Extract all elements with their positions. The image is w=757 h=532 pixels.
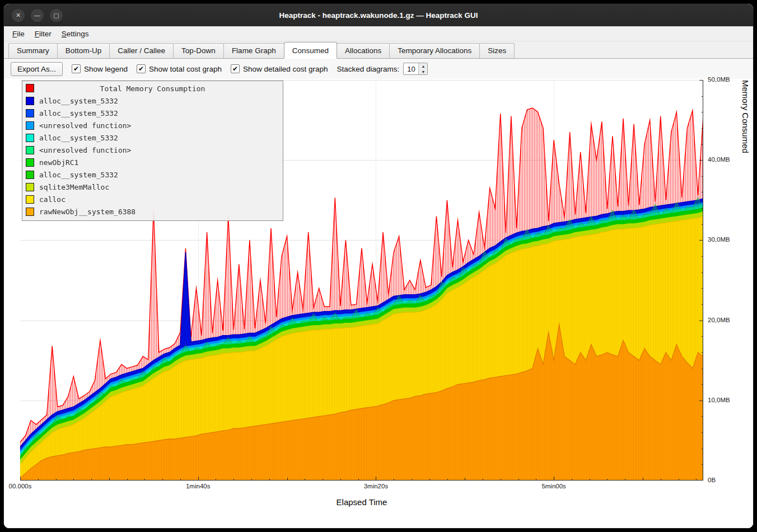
legend-swatch (26, 158, 34, 167)
spin-up-icon[interactable]: ▲ (419, 63, 427, 69)
stacked-diagrams-control: Stacked diagrams: 10 ▲ ▼ (337, 63, 428, 75)
tab-consumed[interactable]: Consumed (284, 42, 337, 59)
legend-label: alloc__system_5332 (39, 97, 118, 105)
tab-temporary-allocations[interactable]: Temporary Allocations (389, 43, 480, 58)
legend-swatch (26, 208, 34, 216)
legend-label: newObjRC1 (39, 158, 78, 167)
legend-item: calloc (25, 193, 281, 205)
stacked-diagrams-value[interactable]: 10 (404, 63, 418, 74)
x-tick-300: 5min00s (541, 483, 566, 489)
stacked-diagrams-spinbox[interactable]: 10 ▲ ▼ (403, 63, 428, 75)
y-tick-10: 10,0MB (708, 397, 730, 403)
legend-title: Total Memory Consumption (100, 84, 205, 93)
checkbox-box[interactable]: ✔ (231, 64, 240, 73)
tab-flame-graph[interactable]: Flame Graph (223, 43, 284, 58)
legend-item: alloc__system_5332 (25, 168, 281, 181)
chart-panel: Total Memory Consumption alloc__system_5… (4, 79, 753, 528)
legend-item: <unresolved function> (25, 144, 281, 156)
checkbox-box[interactable]: ✔ (137, 64, 146, 73)
y-axis-title: Memory Consumed (741, 80, 750, 481)
total-consumption-swatch (26, 84, 34, 92)
legend-title-row: Total Memory Consumption (25, 83, 281, 95)
spin-down-icon[interactable]: ▼ (419, 69, 427, 74)
checkbox-label: Show legend (84, 65, 128, 73)
tab-allocations[interactable]: Allocations (337, 43, 390, 58)
y-tick-50: 50,0MB (708, 76, 730, 83)
stacked-diagrams-label: Stacked diagrams: (337, 65, 400, 73)
y-tick-0: 0B (708, 477, 716, 483)
legend-swatch (26, 146, 34, 154)
legend-label: alloc__system_5332 (39, 134, 118, 142)
legend-swatch (26, 171, 34, 179)
legend-item: newObjRC1 (25, 156, 281, 168)
checkbox-box[interactable]: ✔ (72, 64, 81, 73)
minimize-icon: — (34, 12, 40, 18)
menu-item-file[interactable]: File (7, 28, 30, 40)
y-tick-40: 40,0MB (708, 156, 730, 163)
menu-item-filter[interactable]: Filter (30, 28, 57, 40)
maximize-button[interactable]: ▢ (50, 9, 63, 22)
legend-label: <unresolved function> (39, 121, 131, 130)
checkbox-label: Show detailed cost graph (243, 65, 328, 73)
tab-bottom-up[interactable]: Bottom-Up (57, 43, 110, 58)
legend-label: calloc (39, 195, 66, 204)
x-axis-title: Elapsed Time (20, 497, 703, 507)
legend-swatch (26, 195, 34, 204)
legend-item: sqlite3MemMalloc (25, 181, 281, 193)
y-tick-30: 30,0MB (708, 236, 730, 243)
title-bar[interactable]: ✕—▢ Heaptrack - heaptrack.wakunode.1.gz … (4, 4, 753, 26)
tab-top-down[interactable]: Top-Down (173, 43, 224, 58)
chart-legend: Total Memory Consumption alloc__system_5… (22, 81, 283, 221)
y-axis-tick-labels: 0B10,0MB20,0MB30,0MB40,0MB50,0MB (705, 80, 742, 481)
checkbox-show-total-cost-graph[interactable]: ✔Show total cost graph (137, 64, 222, 73)
legend-label: alloc__system_5332 (39, 109, 118, 117)
legend-label: alloc__system_5332 (39, 171, 118, 179)
legend-item: rawNewObj__system_6388 (25, 205, 281, 218)
export-as-button[interactable]: Export As... (11, 62, 63, 76)
legend-rows: alloc__system_5332alloc__system_5332<unr… (25, 95, 281, 218)
heaptrack-window: ✕—▢ Heaptrack - heaptrack.wakunode.1.gz … (3, 3, 754, 529)
close-button[interactable]: ✕ (12, 9, 25, 22)
legend-swatch (26, 97, 34, 105)
x-tick-200: 3min20s (364, 483, 388, 489)
window-controls: ✕—▢ (12, 4, 63, 26)
menu-item-settings[interactable]: Settings (57, 28, 94, 40)
legend-label: <unresolved function> (39, 146, 131, 154)
menu-bar: FileFilterSettings (4, 26, 753, 41)
legend-item: alloc__system_5332 (25, 95, 281, 107)
legend-swatch (26, 109, 34, 117)
window-title: Heaptrack - heaptrack.wakunode.1.gz — He… (279, 11, 478, 20)
x-tick-0: 00.000s (9, 483, 32, 489)
legend-label: rawNewObj__system_6388 (39, 208, 135, 216)
legend-swatch (26, 121, 34, 130)
spinbox-arrows: ▲ ▼ (418, 63, 427, 74)
legend-swatch (26, 134, 34, 142)
checkbox-group: ✔Show legend✔Show total cost graph✔Show … (72, 64, 328, 73)
legend-item: alloc__system_5332 (25, 131, 281, 144)
maximize-icon: ▢ (53, 12, 59, 19)
tab-summary[interactable]: Summary (8, 43, 58, 58)
legend-item: <unresolved function> (25, 119, 281, 131)
tab-caller-callee[interactable]: Caller / Callee (109, 43, 174, 58)
tab-bar: SummaryBottom-UpCaller / CalleeTop-DownF… (4, 41, 753, 59)
legend-item: alloc__system_5332 (25, 107, 281, 119)
checkbox-show-legend[interactable]: ✔Show legend (72, 64, 128, 73)
x-axis-tick-labels: 00.000s1min40s3min20s5min00s (20, 483, 703, 492)
tab-sizes[interactable]: Sizes (479, 43, 515, 58)
legend-swatch (26, 183, 34, 191)
close-icon: ✕ (16, 12, 21, 19)
checkbox-show-detailed-cost-graph[interactable]: ✔Show detailed cost graph (231, 64, 328, 73)
checkbox-label: Show total cost graph (149, 65, 222, 73)
y-tick-20: 20,0MB (708, 317, 730, 323)
minimize-button[interactable]: — (31, 9, 44, 22)
legend-label: sqlite3MemMalloc (39, 183, 109, 191)
toolbar: Export As... ✔Show legend✔Show total cos… (4, 59, 753, 79)
x-tick-100: 1min40s (186, 483, 210, 489)
